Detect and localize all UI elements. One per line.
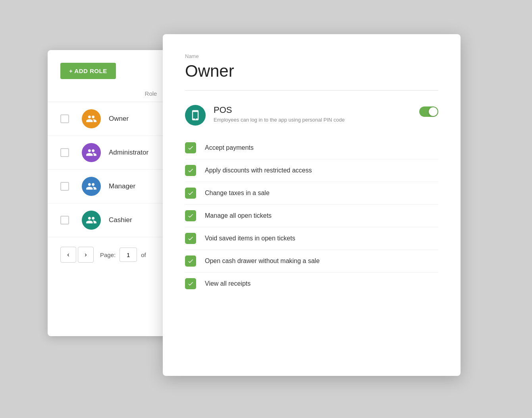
role-name: Owner — [109, 115, 129, 123]
divider — [185, 90, 438, 91]
permission-label: Apply discounts with restricted access — [205, 167, 312, 174]
permission-item[interactable]: View all receipts — [185, 273, 438, 295]
checkmark-icon — [187, 281, 194, 287]
role-title: Owner — [185, 62, 438, 81]
role-checkbox[interactable] — [60, 216, 69, 224]
permission-checkbox[interactable] — [185, 165, 196, 176]
role-name: Administrator — [109, 149, 148, 157]
add-role-button[interactable]: + ADD ROLE — [60, 63, 116, 79]
permission-label: Void saved items in open tickets — [205, 235, 295, 242]
permission-checkbox[interactable] — [185, 188, 196, 199]
checkmark-icon — [187, 213, 194, 219]
pos-info: POS Employees can log in to the app usin… — [214, 105, 419, 123]
checkmark-icon — [187, 190, 194, 196]
permission-item[interactable]: Void saved items in open tickets — [185, 227, 438, 250]
avatar-icon — [86, 113, 97, 124]
pos-toggle[interactable] — [419, 106, 438, 117]
page-number-input[interactable] — [120, 248, 137, 262]
permission-label: View all receipts — [205, 280, 251, 287]
permission-item[interactable]: Accept payments — [185, 137, 438, 159]
permission-checkbox[interactable] — [185, 142, 196, 153]
role-name: Cashier — [109, 216, 132, 224]
checkmark-icon — [187, 145, 194, 151]
permission-checkbox[interactable] — [185, 255, 196, 267]
role-avatar — [82, 109, 101, 128]
permission-checkbox[interactable] — [185, 278, 196, 289]
role-checkbox[interactable] — [60, 182, 69, 191]
role-avatar — [82, 177, 101, 196]
checkmark-icon — [187, 258, 194, 264]
avatar-icon — [86, 147, 97, 158]
pos-section: POS Employees can log in to the app usin… — [185, 105, 438, 126]
permission-item[interactable]: Apply discounts with restricted access — [185, 159, 438, 182]
prev-page-button[interactable]: ‹ — [60, 247, 76, 263]
pos-title: POS — [214, 105, 419, 115]
checkmark-icon — [187, 235, 194, 242]
role-checkbox[interactable] — [60, 148, 69, 157]
permission-label: Change taxes in a sale — [205, 190, 270, 197]
role-avatar — [82, 211, 101, 230]
next-page-button[interactable]: › — [78, 247, 94, 263]
toggle-knob — [429, 107, 438, 116]
role-checkbox[interactable] — [60, 114, 69, 123]
pos-svg-icon — [190, 110, 201, 121]
checkmark-icon — [187, 167, 194, 174]
pos-icon — [185, 105, 206, 126]
role-detail-panel: Name Owner POS Employees can log in to t… — [163, 34, 461, 376]
permission-label: Open cash drawer without making a sale — [205, 257, 320, 265]
permission-checkbox[interactable] — [185, 210, 196, 221]
name-label: Name — [185, 53, 438, 59]
permission-item[interactable]: Manage all open tickets — [185, 205, 438, 227]
avatar-icon — [86, 215, 97, 226]
permission-label: Manage all open tickets — [205, 212, 272, 219]
avatar-icon — [86, 181, 97, 192]
pos-description: Employees can log in to the app using pe… — [214, 117, 419, 123]
permission-checkbox[interactable] — [185, 233, 196, 244]
permission-item[interactable]: Open cash drawer without making a sale — [185, 250, 438, 273]
permission-label: Accept payments — [205, 144, 254, 151]
page-label: Page: — [100, 252, 116, 258]
permission-list: Accept paymentsApply discounts with rest… — [185, 137, 438, 295]
role-name: Manager — [109, 182, 135, 190]
page-of-label: of — [141, 252, 146, 258]
permission-item[interactable]: Change taxes in a sale — [185, 182, 438, 205]
role-avatar — [82, 143, 101, 162]
